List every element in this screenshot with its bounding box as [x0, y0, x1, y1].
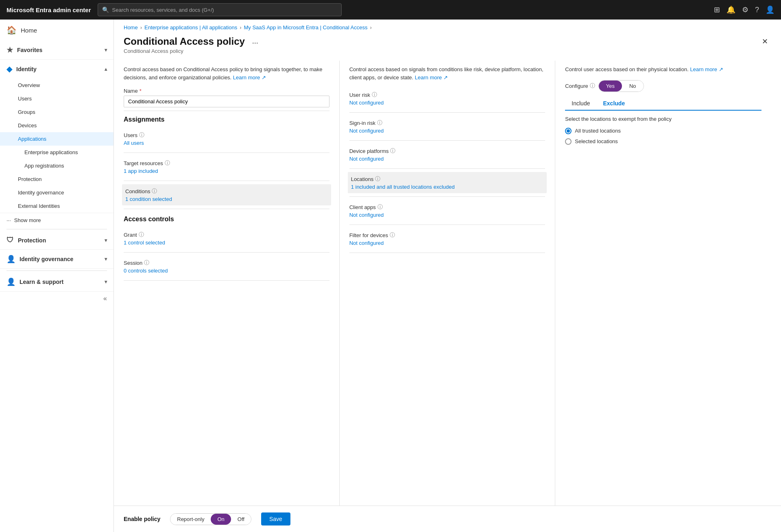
- filter-devices-label: Filter for devices ⓘ: [349, 231, 545, 239]
- col2-learn-more[interactable]: Learn more ↗: [415, 74, 448, 81]
- sign-in-risk-info-icon[interactable]: ⓘ: [377, 119, 382, 126]
- bell-icon[interactable]: 🔔: [726, 5, 735, 14]
- show-more[interactable]: ··· Show more: [0, 213, 113, 227]
- grid-icon[interactable]: ⊞: [714, 5, 720, 14]
- off-button[interactable]: Off: [231, 514, 251, 525]
- assignments-label: Assignments: [124, 116, 329, 123]
- col3-learn-more[interactable]: Learn more ↗: [690, 66, 723, 72]
- yes-button[interactable]: Yes: [599, 81, 622, 92]
- sidebar-favorites-header[interactable]: ★ Favorites ▾: [0, 41, 113, 59]
- divider-1: [124, 111, 329, 111]
- sidebar-home-label: Home: [21, 27, 37, 34]
- breadcrumb-home[interactable]: Home: [124, 24, 138, 31]
- locations-value[interactable]: 1 included and all trusted locations exc…: [351, 184, 455, 190]
- divider-4: [124, 209, 329, 209]
- breadcrumb-sep-3: ›: [370, 24, 371, 31]
- chevron-down-icon-4: ▾: [105, 279, 107, 285]
- col1: Control access based on Conditional Acce…: [124, 61, 340, 506]
- radio-all-trusted[interactable]: All trusted locations: [565, 128, 761, 134]
- sidebar-item-devices[interactable]: Devices: [0, 119, 113, 132]
- locations-info-icon[interactable]: ⓘ: [375, 175, 380, 183]
- help-icon[interactable]: ?: [755, 6, 759, 14]
- col2-divider-5: [349, 225, 545, 225]
- user-risk-info-icon[interactable]: ⓘ: [372, 91, 377, 98]
- radio-selected-locations-label: Selected locations: [575, 138, 618, 144]
- name-label: Name *: [124, 88, 329, 94]
- save-button[interactable]: Save: [261, 512, 290, 525]
- breadcrumb-enterprise-apps[interactable]: Enterprise applications | All applicatio…: [144, 24, 237, 31]
- name-input[interactable]: [124, 96, 329, 107]
- radio-all-trusted-label: All trusted locations: [575, 128, 621, 134]
- users-value[interactable]: All users: [124, 140, 144, 146]
- client-apps-info-icon[interactable]: ⓘ: [377, 203, 383, 211]
- sidebar-learn-support-header[interactable]: 👤 Learn & support ▾: [0, 273, 113, 291]
- client-apps-row: Client apps ⓘ Not configured: [349, 200, 545, 221]
- on-button[interactable]: On: [211, 514, 231, 525]
- sidebar-home[interactable]: 🏠 Home: [0, 20, 113, 41]
- close-button[interactable]: ✕: [759, 35, 771, 48]
- users-info-icon[interactable]: ⓘ: [139, 131, 144, 139]
- user-icon[interactable]: 👤: [766, 5, 774, 14]
- sidebar-divider-2: [7, 270, 107, 271]
- client-apps-value[interactable]: Not configured: [349, 212, 384, 218]
- sidebar-item-groups[interactable]: Groups: [0, 105, 113, 119]
- sign-in-risk-value[interactable]: Not configured: [349, 128, 384, 134]
- sidebar-item-applications[interactable]: Applications: [0, 132, 113, 146]
- sidebar-item-overview[interactable]: Overview: [0, 78, 113, 92]
- search-bar[interactable]: 🔍: [98, 3, 342, 16]
- target-resources-row: Target resources ⓘ 1 app included: [124, 156, 329, 177]
- ellipsis-button[interactable]: ...: [249, 35, 262, 47]
- content-area: Home › Enterprise applications | All app…: [114, 20, 781, 532]
- sidebar-item-enterprise-applications[interactable]: Enterprise applications: [0, 146, 113, 159]
- target-resources-value[interactable]: 1 app included: [124, 168, 158, 174]
- sidebar-item-external-identities[interactable]: External Identities: [0, 199, 113, 213]
- locations-label: Locations ⓘ: [351, 175, 544, 183]
- sidebar-identity-header[interactable]: ◆ Identity ▴: [0, 60, 113, 78]
- device-platforms-value[interactable]: Not configured: [349, 156, 384, 162]
- tab-include[interactable]: Include: [565, 97, 596, 111]
- radio-selected-locations[interactable]: Selected locations: [565, 138, 761, 145]
- col1-learn-more[interactable]: Learn more ↗: [233, 74, 266, 81]
- required-star: *: [140, 88, 142, 94]
- col3: Control user access based on their physi…: [555, 61, 771, 506]
- page-title: Conditional Access policy: [124, 36, 245, 47]
- sidebar-identity-governance-header[interactable]: 👤 Identity governance ▾: [0, 250, 113, 268]
- sidebar-item-identity-governance[interactable]: Identity governance: [0, 186, 113, 199]
- filter-devices-row: Filter for devices ⓘ Not configured: [349, 228, 545, 249]
- configure-info-icon[interactable]: ⓘ: [590, 82, 595, 89]
- sidebar-collapse-icon[interactable]: «: [103, 295, 107, 302]
- report-only-button[interactable]: Report-only: [170, 514, 211, 525]
- sidebar-divider: [7, 229, 107, 229]
- sidebar-item-users[interactable]: Users: [0, 92, 113, 105]
- radio-all-trusted-circle: [565, 128, 572, 134]
- app-title: Microsoft Entra admin center: [7, 7, 91, 13]
- conditions-label: Conditions ⓘ: [125, 188, 328, 195]
- sidebar-protection-header[interactable]: 🛡 Protection ▾: [0, 231, 113, 249]
- protection-icon: 🛡: [7, 236, 14, 244]
- grant-info-icon[interactable]: ⓘ: [139, 231, 144, 238]
- device-platforms-label: Device platforms ⓘ: [349, 147, 545, 155]
- filter-devices-value[interactable]: Not configured: [349, 240, 384, 246]
- tab-exclude[interactable]: Exclude: [596, 97, 631, 111]
- sidebar-item-protection[interactable]: Protection: [0, 172, 113, 186]
- breadcrumb-saas-app[interactable]: My SaaS App in Microsoft Entra | Conditi…: [244, 24, 368, 31]
- session-value[interactable]: 0 controls selected: [124, 268, 168, 274]
- sidebar-favorites-label: Favorites: [17, 47, 42, 53]
- search-input[interactable]: [112, 7, 337, 13]
- no-button[interactable]: No: [622, 81, 644, 92]
- target-resources-info-icon[interactable]: ⓘ: [165, 159, 170, 167]
- filter-devices-info-icon[interactable]: ⓘ: [390, 231, 395, 239]
- chevron-up-icon: ▴: [105, 66, 107, 72]
- conditions-value[interactable]: 1 condition selected: [125, 196, 172, 202]
- conditions-info-icon[interactable]: ⓘ: [152, 188, 157, 195]
- sidebar-item-app-registrations[interactable]: App registrations: [0, 159, 113, 172]
- star-icon: ★: [7, 46, 13, 55]
- session-info-icon[interactable]: ⓘ: [144, 259, 149, 266]
- users-row: Users ⓘ All users: [124, 128, 329, 149]
- chevron-down-icon: ▾: [105, 47, 107, 53]
- grant-value[interactable]: 1 control selected: [124, 240, 165, 246]
- user-risk-value[interactable]: Not configured: [349, 100, 384, 106]
- device-platforms-info-icon[interactable]: ⓘ: [390, 147, 395, 155]
- conditions-row: Conditions ⓘ 1 condition selected: [122, 184, 331, 205]
- settings-icon[interactable]: ⚙: [742, 5, 748, 14]
